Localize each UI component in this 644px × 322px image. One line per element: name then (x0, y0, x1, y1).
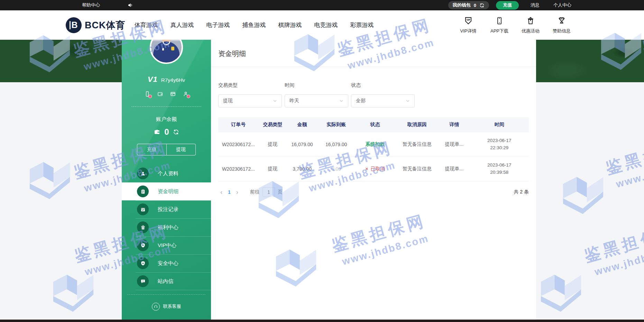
page-number[interactable]: 1 (228, 189, 231, 195)
time-select[interactable]: 昨天 (285, 94, 348, 107)
avatar-jersey (153, 41, 180, 63)
detail-link[interactable]: 提现单... (439, 141, 470, 148)
sidebar-item-vip-center[interactable]: VIP中心 (122, 236, 211, 254)
balance-refresh-icon[interactable] (173, 129, 179, 135)
tx-time: 2023-06-17 20:39:58 (470, 162, 529, 176)
app-download-link[interactable]: APP下载 (488, 16, 510, 34)
detail-link[interactable]: 提现单... (439, 166, 470, 172)
tx-clock: 20:39:58 (490, 170, 508, 175)
watermark-text: 鉴黑担保网 www.jhdb8.com (582, 220, 644, 279)
tx-date: 2023-06-17 (487, 162, 511, 168)
personal-center-link[interactable]: 个人中心 (553, 2, 571, 8)
nav-item-fishing[interactable]: 捕鱼游戏 (242, 21, 266, 29)
actual-amount: 0.00 (318, 166, 355, 172)
fund-details-table: 订单号 交易类型 金额 实际到账 状态 取消原因 详情 时间 W20230617… (218, 117, 529, 181)
sidebar-item-fund-details[interactable]: 资金明细 (122, 182, 211, 200)
nav-item-cards[interactable]: 棋牌游戏 (278, 21, 302, 29)
status-select[interactable]: 全部 (351, 94, 415, 107)
logo[interactable]: B BCK体育 (66, 17, 126, 33)
chevron-down-icon (273, 99, 277, 103)
user-identity: V1 R7y4y6Hv (122, 75, 211, 84)
messages-link[interactable]: 消息 (531, 2, 540, 8)
prev-page-icon[interactable]: ‹ (218, 189, 224, 195)
order-no: W202306172... (218, 142, 259, 147)
shield-plus-icon (137, 257, 149, 269)
wallet-amount: 0 (474, 3, 476, 8)
nav-item-slots[interactable]: 电子游戏 (206, 21, 230, 29)
amount: 16,079.00 (287, 142, 318, 147)
filter-label: 时间 (285, 82, 348, 88)
nav-item-sports[interactable]: 体育游戏 (135, 21, 158, 29)
sidebar-item-site-mail[interactable]: 站内信 (122, 272, 211, 290)
col-time: 时间 (470, 122, 529, 128)
cancel-reason: 暂无备注信息 (395, 166, 439, 172)
promotions-link[interactable]: 优惠活动 (519, 16, 542, 34)
topbar: 帮助中心 我的钱包 0 充值 消息 个人中心 (0, 0, 644, 10)
contact-service-button[interactable]: 联系客服 (122, 294, 211, 319)
nav-item-esports[interactable]: 电竞游戏 (314, 21, 338, 29)
sidebar-item-label: 站内信 (158, 278, 173, 285)
quick-link-label: 优惠活动 (522, 28, 540, 34)
nav-item-live[interactable]: 真人游戏 (171, 21, 194, 29)
order-no: W202306172... (218, 166, 259, 172)
vip-details-link[interactable]: VIP VIP详情 (457, 16, 479, 34)
phone-app-icon (495, 16, 504, 26)
sidebar: V1 R7y4y6Hv 账户余额 (122, 40, 211, 322)
bank-card-icon[interactable] (170, 91, 176, 97)
sidebar-item-profile[interactable]: 个人资料 (122, 164, 211, 182)
sponsor-info-link[interactable]: 赞助信息 (551, 16, 573, 34)
shield-diamond-icon (137, 239, 149, 251)
verified-badge (148, 95, 152, 98)
wallet-icon[interactable] (157, 91, 163, 97)
wallet-pill: 我的钱包 0 (448, 1, 489, 9)
sidebar-item-label: 福利中心 (158, 224, 178, 231)
status-badge: ✕ 已取消 (355, 166, 395, 172)
next-page-icon[interactable]: › (234, 189, 240, 195)
nav-item-lottery[interactable]: 彩票游戏 (350, 21, 374, 29)
total-count: 共 2 条 (514, 189, 529, 195)
recharge-button[interactable]: 充值 (496, 1, 519, 10)
main-layout: V1 R7y4y6Hv 账户余额 (122, 40, 536, 322)
sidebar-withdraw-button[interactable]: 提现 (166, 144, 196, 155)
watermark-shield-icon (28, 160, 72, 200)
balance-wallet-icon (154, 129, 160, 135)
contact-service-label: 联系客服 (163, 303, 181, 310)
refresh-icon[interactable] (479, 3, 485, 8)
content-card: 资金明细 交易类型 提现 时间 昨天 状态 (211, 40, 536, 322)
table-row: W202306172... 提现 3,700.00 0.00 ✕ 已取消 暂无备… (218, 157, 529, 181)
col-type: 交易类型 (259, 122, 287, 128)
quick-links: VIP VIP详情 APP下载 优惠活动 赞助信息 (457, 16, 573, 34)
col-detail: 详情 (439, 122, 470, 128)
actual-amount: 16,079.00 (318, 142, 355, 147)
svg-text:VIP: VIP (466, 19, 470, 21)
help-center-link[interactable]: 帮助中心 (82, 2, 100, 8)
vip-level-badge: V1 (148, 75, 158, 84)
status-badge: 系统扣款 (355, 141, 395, 148)
profile-badge-icon[interactable] (183, 91, 189, 97)
profile-badge (187, 95, 190, 98)
speaker-icon[interactable] (128, 2, 133, 8)
wallet-actions: 充值 提现 (137, 144, 196, 155)
col-amount: 金额 (287, 122, 318, 128)
transaction-type-select[interactable]: 提现 (218, 94, 282, 107)
gift-icon (137, 221, 149, 233)
headset-icon (152, 303, 160, 311)
filters: 交易类型 提现 时间 昨天 状态 全部 (211, 67, 536, 107)
verification-icons (122, 91, 211, 97)
goto-label: 前往 (250, 189, 260, 195)
table-row: W202306172... 提现 16,079.00 16,079.00 系统扣… (218, 132, 529, 157)
phone-verified-icon[interactable] (144, 91, 150, 97)
amount: 3,700.00 (287, 166, 318, 172)
tx-time: 2023-06-17 22:30:29 (470, 137, 529, 152)
sidebar-recharge-button[interactable]: 充值 (137, 144, 166, 155)
tx-date: 2023-06-17 (487, 138, 511, 143)
sidebar-item-security-center[interactable]: 安全中心 (122, 254, 211, 272)
sidebar-item-label: 投注记录 (158, 206, 178, 213)
balance-row: 0 (122, 127, 211, 137)
watermark-text: 鉴黑担保网 www.jhdb8.com (603, 132, 644, 191)
sidebar-item-welfare-center[interactable]: 福利中心 (122, 218, 211, 236)
person-icon (137, 168, 149, 179)
clipboard-icon (137, 186, 149, 197)
sidebar-item-bet-records[interactable]: 投注记录 (122, 200, 211, 218)
goto-page-input[interactable] (263, 187, 275, 197)
